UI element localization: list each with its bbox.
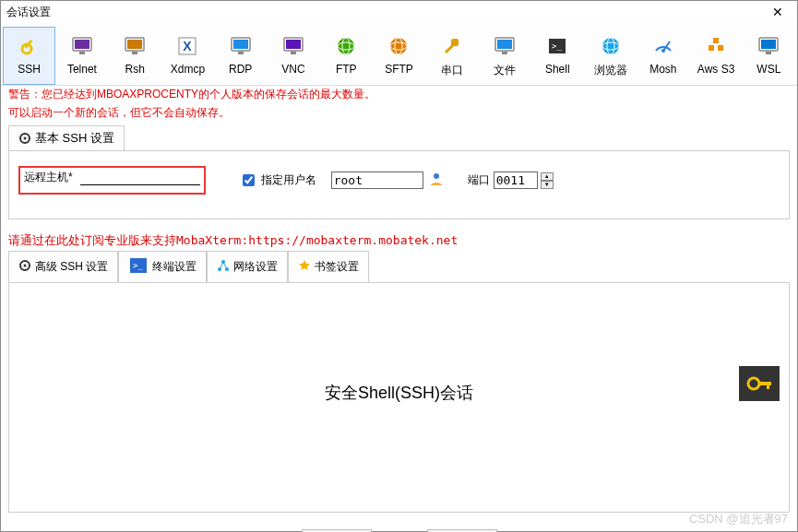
ssh-key-icon: [739, 366, 780, 401]
key-icon: [17, 33, 42, 59]
dish-icon: [650, 33, 676, 59]
svg-point-19: [390, 38, 407, 54]
stype-sftp[interactable]: SFTP: [373, 27, 425, 85]
svg-point-49: [748, 378, 759, 389]
stype-rdp[interactable]: RDP: [214, 27, 267, 85]
stype-shell[interactable]: >_Shell: [531, 27, 584, 85]
port-spinner[interactable]: ▲ ▼: [541, 172, 554, 189]
stype-xdmcp[interactable]: XXdmcp: [161, 27, 214, 85]
remote-host-input[interactable]: [80, 171, 200, 185]
stype-serial[interactable]: 串口: [425, 27, 478, 85]
stype-label: SSH: [18, 63, 41, 76]
session-type-toolbar: SSHTelnetRshXXdmcpRDPVNCFTPSFTP串口文件>_She…: [1, 23, 797, 86]
gear-icon: [18, 132, 31, 145]
globe-icon: [386, 33, 411, 59]
stype-aws[interactable]: Aws S3: [689, 27, 742, 85]
svg-rect-25: [502, 52, 507, 54]
svg-rect-6: [127, 40, 142, 49]
monitor-icon: [69, 33, 95, 59]
svg-rect-14: [286, 40, 301, 49]
stype-label: Rsh: [125, 63, 144, 76]
svg-rect-34: [709, 45, 714, 51]
monitor-icon: [756, 33, 781, 59]
tab-书签设置[interactable]: 书签设置: [288, 251, 369, 282]
username-input[interactable]: [331, 171, 423, 189]
svg-rect-38: [766, 52, 771, 54]
stype-vnc[interactable]: VNC: [267, 27, 319, 85]
specify-user-checkbox[interactable]: [243, 174, 255, 186]
close-icon[interactable]: ✕: [764, 5, 792, 19]
user-picker-icon[interactable]: [429, 171, 444, 189]
svg-rect-51: [767, 382, 769, 389]
svg-text:>_: >_: [133, 261, 143, 270]
monitor-icon: [492, 33, 518, 59]
cubes-icon: [703, 33, 729, 59]
watermark: CSDN @追光者97: [689, 511, 788, 527]
monitor-icon: [228, 33, 254, 59]
stype-mosh[interactable]: Mosh: [637, 27, 689, 85]
svg-rect-3: [75, 40, 89, 49]
svg-text:>_: >_: [552, 41, 562, 51]
stype-file[interactable]: 文件: [478, 27, 530, 85]
stype-label: Shell: [545, 63, 570, 76]
port-down-button[interactable]: ▼: [541, 181, 554, 189]
tab-终端设置[interactable]: >_终端设置: [118, 251, 207, 282]
stype-label: VNC: [281, 63, 304, 76]
tab-label: 网络设置: [233, 259, 278, 275]
svg-rect-7: [132, 52, 137, 54]
stype-wsl[interactable]: WSL: [743, 27, 795, 85]
terminal-icon: >_: [544, 33, 570, 59]
gear-icon: [18, 259, 31, 275]
stype-label: 文件: [494, 63, 516, 78]
advanced-settings-panel: 安全Shell(SSH)会话: [8, 282, 790, 513]
port-input[interactable]: [494, 171, 538, 189]
x-icon: X: [174, 33, 200, 59]
warning-line2: 可以启动一个新的会话，但它不会自动保存。: [1, 104, 797, 123]
svg-rect-35: [718, 45, 723, 51]
tab-高级 SSH 设置[interactable]: 高级 SSH 设置: [8, 251, 118, 282]
monitor-icon: [280, 33, 306, 59]
svg-rect-15: [291, 52, 296, 54]
stype-label: Aws S3: [697, 63, 734, 76]
advanced-tab-row: 高级 SSH 设置>_终端设置网络设置书签设置: [1, 251, 797, 282]
stype-rsh[interactable]: Rsh: [109, 27, 161, 85]
svg-rect-22: [451, 39, 459, 46]
globe-icon: [598, 33, 624, 59]
window-title: 会话设置: [6, 5, 764, 20]
pro-subscription-link[interactable]: 请通过在此处订阅专业版来支持MobaXterm:https://mobaxter…: [1, 219, 797, 251]
stype-ssh[interactable]: SSH: [3, 27, 55, 85]
stype-label: 串口: [441, 63, 463, 78]
stype-browser[interactable]: 浏览器: [584, 27, 637, 85]
svg-rect-33: [713, 38, 719, 43]
session-type-title: 安全Shell(SSH)会话: [325, 382, 473, 404]
plug-icon: [439, 33, 465, 59]
remote-host-label: 远程主机*: [24, 170, 73, 185]
specify-user-label: 指定用户名: [261, 172, 316, 188]
stype-label: RDP: [229, 63, 252, 76]
stype-label: FTP: [336, 63, 357, 76]
globe-icon: [333, 33, 359, 59]
tab-label: 终端设置: [152, 259, 197, 275]
port-up-button[interactable]: ▲: [541, 172, 554, 181]
svg-rect-12: [238, 52, 244, 54]
stype-label: SFTP: [385, 63, 413, 76]
svg-point-41: [434, 173, 439, 179]
tab-网络设置[interactable]: 网络设置: [207, 251, 288, 282]
stype-ftp[interactable]: FTP: [320, 27, 373, 85]
svg-rect-37: [761, 40, 776, 49]
tab-label: 高级 SSH 设置: [35, 259, 108, 275]
terminal-icon: >_: [128, 255, 149, 278]
stype-telnet[interactable]: Telnet: [55, 27, 108, 85]
stype-label: Telnet: [67, 63, 97, 76]
tab-label: 书签设置: [315, 259, 359, 275]
svg-rect-4: [79, 52, 85, 54]
network-icon: [217, 259, 230, 275]
titlebar: 会话设置 ✕: [1, 1, 797, 23]
basic-settings-panel: 远程主机* 指定用户名 端口 ▲ ▼: [8, 150, 790, 219]
warning-line1: 警告：您已经达到MBOAXPROCENTY的个人版本的保存会话的最大数量。: [1, 86, 797, 104]
svg-point-16: [338, 38, 354, 54]
star-icon: [298, 259, 311, 275]
svg-text:X: X: [184, 39, 193, 53]
svg-point-43: [24, 265, 27, 267]
tab-basic-ssh[interactable]: 基本 SSH 设置: [8, 125, 125, 150]
